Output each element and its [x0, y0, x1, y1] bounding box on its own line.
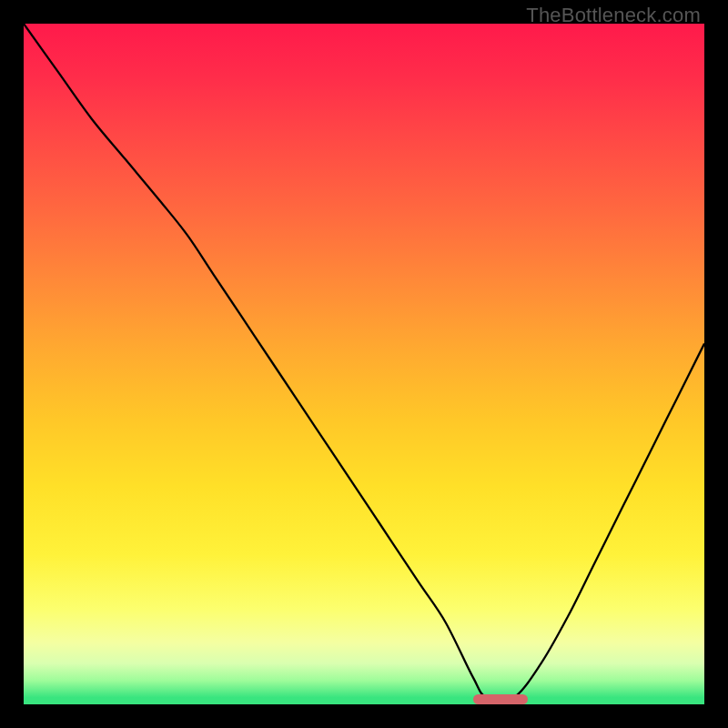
chart-frame: TheBottleneck.com: [0, 0, 728, 728]
plot-area: [24, 24, 704, 704]
optimal-range-marker: [473, 694, 528, 704]
bottleneck-curve: [24, 24, 704, 704]
